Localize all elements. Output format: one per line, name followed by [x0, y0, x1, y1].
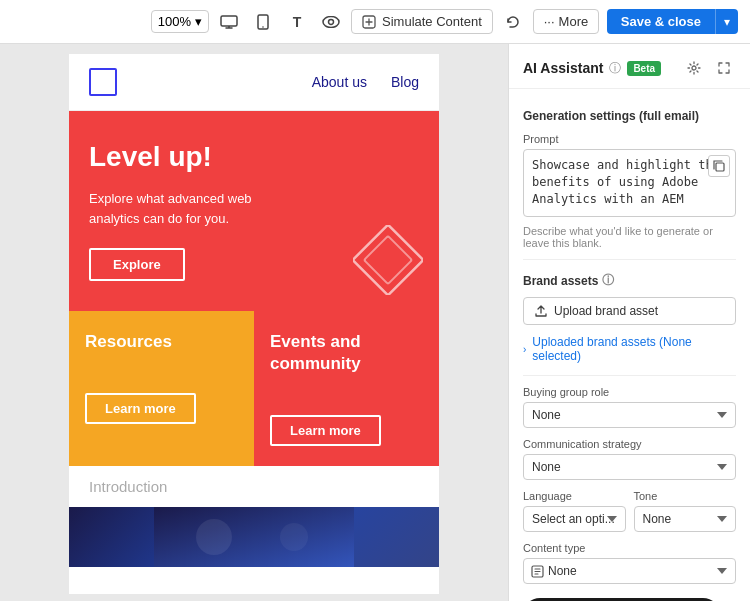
buying-group-label: Buying group role	[523, 386, 736, 398]
email-cards: Resources Learn more Events and communit…	[69, 311, 439, 466]
panel-expand-button[interactable]	[712, 56, 736, 80]
events-card: Events and community Learn more	[254, 311, 439, 466]
content-type-field: Content type None	[523, 542, 736, 584]
simulate-label: Simulate Content	[382, 14, 482, 29]
beta-badge: Beta	[627, 61, 661, 76]
email-intro: Introduction	[69, 466, 439, 507]
hero-heading: Level up!	[89, 141, 419, 173]
svg-rect-8	[154, 507, 354, 567]
tablet-view-button[interactable]	[249, 8, 277, 36]
svg-point-2	[262, 26, 264, 28]
svg-point-4	[329, 19, 334, 24]
resources-card: Resources Learn more	[69, 311, 254, 466]
svg-rect-0	[221, 16, 237, 26]
zoom-select[interactable]: 100% ▾	[151, 10, 209, 33]
svg-point-3	[323, 16, 339, 27]
panel-icons	[682, 56, 736, 80]
preview-button[interactable]	[317, 8, 345, 36]
resources-learn-more-button[interactable]: Learn more	[85, 393, 196, 424]
language-tone-row: Language Select an opti... Tone None	[523, 490, 736, 532]
ellipsis-icon: ···	[544, 14, 555, 29]
generate-row: Generate ⓘ	[523, 584, 736, 601]
language-field: Language Select an opti...	[523, 490, 626, 532]
zoom-value: 100%	[158, 14, 191, 29]
prompt-textarea[interactable]	[523, 149, 736, 217]
events-learn-more-button[interactable]: Learn more	[270, 415, 381, 446]
svg-point-11	[692, 66, 696, 70]
chevron-down-icon: ▾	[195, 14, 202, 29]
upload-btn-label: Upload brand asset	[554, 304, 658, 318]
prompt-hint: Describe what you'd like to generate or …	[523, 225, 736, 249]
generation-settings-title: Generation settings (full email)	[523, 109, 736, 123]
text-view-button[interactable]: T	[283, 8, 311, 36]
email-header: About us Blog	[69, 54, 439, 111]
email-preview: About us Blog Level up! Explore what adv…	[69, 54, 439, 594]
email-nav: About us Blog	[312, 74, 419, 90]
simulate-content-button[interactable]: Simulate Content	[351, 9, 493, 34]
uploaded-assets-toggle[interactable]: › Uploaded brand assets (None selected)	[523, 331, 736, 367]
text-icon: T	[293, 14, 302, 30]
svg-rect-6	[353, 225, 423, 295]
buying-group-field: Buying group role None	[523, 386, 736, 428]
explore-button[interactable]: Explore	[89, 248, 185, 281]
save-close-button[interactable]: Save & close	[607, 9, 715, 34]
brand-assets-info-icon[interactable]: ⓘ	[602, 272, 614, 289]
info-icon[interactable]: ⓘ	[609, 60, 621, 77]
more-button[interactable]: ··· More	[533, 9, 599, 34]
svg-point-9	[196, 519, 232, 555]
intro-heading: Introduction	[89, 478, 419, 495]
tone-label: Tone	[634, 490, 737, 502]
panel-settings-button[interactable]	[682, 56, 706, 80]
prompt-group: Prompt Describe what you'd like to gener…	[523, 133, 736, 249]
nav-about-us[interactable]: About us	[312, 74, 367, 90]
language-label: Language	[523, 490, 626, 502]
panel-body: Generation settings (full email) Prompt …	[509, 89, 750, 601]
events-title: Events and community	[270, 331, 423, 375]
canvas-area[interactable]: About us Blog Level up! Explore what adv…	[0, 44, 508, 601]
toolbar: 100% ▾ T Simulate Content ··· More Save …	[0, 0, 750, 44]
image-strip-graphic	[154, 507, 354, 567]
communication-select[interactable]: None	[523, 454, 736, 480]
communication-field: Communication strategy None	[523, 438, 736, 480]
desktop-view-button[interactable]	[215, 8, 243, 36]
content-type-icon	[531, 565, 544, 578]
communication-label: Communication strategy	[523, 438, 736, 450]
hero-icon	[353, 225, 423, 295]
language-select[interactable]: Select an opti...	[523, 506, 626, 532]
logo	[89, 68, 117, 96]
main-area: About us Blog Level up! Explore what adv…	[0, 44, 750, 601]
content-type-select[interactable]: None	[523, 558, 736, 584]
upload-brand-asset-button[interactable]: Upload brand asset	[523, 297, 736, 325]
email-hero: Level up! Explore what advanced web anal…	[69, 111, 439, 311]
prompt-label: Prompt	[523, 133, 736, 145]
content-type-label: Content type	[523, 542, 736, 554]
panel-title-row: AI Assistant ⓘ Beta	[523, 60, 661, 77]
buying-group-select[interactable]: None	[523, 402, 736, 428]
more-label: More	[559, 14, 589, 29]
hero-subtext: Explore what advanced web analytics can …	[89, 189, 289, 228]
email-image-strip	[69, 507, 439, 567]
svg-rect-12	[716, 163, 724, 171]
svg-point-10	[280, 523, 308, 551]
resources-title: Resources	[85, 331, 238, 353]
uploaded-assets-label: Uploaded brand assets (None selected)	[532, 335, 736, 363]
tone-field: Tone None	[634, 490, 737, 532]
nav-blog[interactable]: Blog	[391, 74, 419, 90]
tone-select[interactable]: None	[634, 506, 737, 532]
panel-header: AI Assistant ⓘ Beta	[509, 44, 750, 89]
panel-title: AI Assistant	[523, 60, 603, 76]
brand-assets-label: Brand assets ⓘ	[523, 272, 736, 289]
prompt-copy-button[interactable]	[708, 155, 730, 177]
right-panel: AI Assistant ⓘ Beta Generation settings …	[508, 44, 750, 601]
chevron-right-icon: ›	[523, 344, 526, 355]
undo-button[interactable]	[499, 8, 527, 36]
save-close-dropdown-button[interactable]: ▾	[715, 9, 738, 34]
